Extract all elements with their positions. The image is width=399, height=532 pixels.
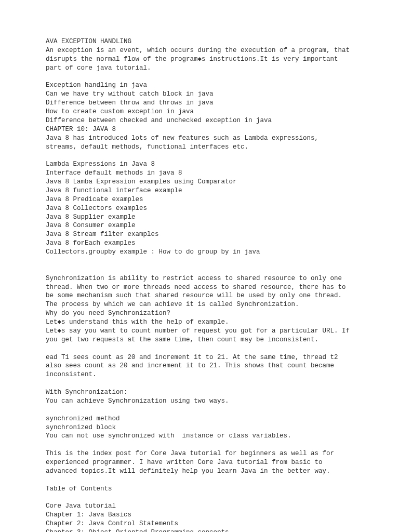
document-page: AVA EXCEPTION HANDLING An exception is a… bbox=[0, 0, 399, 532]
java8-item: Java 8 forEach examples bbox=[46, 240, 136, 247]
java8-item: Java 8 Supplier example bbox=[46, 214, 136, 221]
sync-line: Let◆s say you want to count number of re… bbox=[46, 327, 354, 343]
sync-line: Let◆s understand this with the help of e… bbox=[46, 318, 229, 326]
toc-item: Chapter 1: Java Basics bbox=[46, 511, 131, 518]
java8-item: Java 8 functional interface example bbox=[46, 187, 182, 194]
toc-head: Table of Contents bbox=[46, 485, 112, 493]
sync-with-head: With Synchronization: bbox=[46, 389, 128, 396]
exception-item: How to create custom exception in java bbox=[46, 108, 194, 115]
toc-item: Core Java tutorial bbox=[46, 502, 116, 510]
exception-item: Difference between checked and unchecked… bbox=[46, 117, 272, 124]
java8-item: Java 8 Consumer example bbox=[46, 222, 136, 229]
java8-item: Java 8 Stream filter examples bbox=[46, 231, 159, 238]
java8-item: Lambda Expressions in Java 8 bbox=[46, 161, 155, 168]
sync-method: synchronized method bbox=[46, 415, 120, 422]
intro-paragraph: An exception is an event, which occurs d… bbox=[46, 47, 354, 72]
exception-section-head: Exception handling in java bbox=[46, 82, 147, 89]
exception-item: Difference between throw and throws in j… bbox=[46, 99, 214, 107]
java8-item: Collectors.groupby example : How to do g… bbox=[46, 248, 260, 256]
heading: AVA EXCEPTION HANDLING bbox=[46, 38, 131, 45]
java8-item: Java 8 Lamba Expression examples using C… bbox=[46, 178, 237, 185]
sync-note: You can not use synchronized with instan… bbox=[46, 432, 291, 440]
java8-item: Interface default methods in java 8 bbox=[46, 169, 182, 177]
chapter-10-paragraph: Java 8 has introduced lots of new featur… bbox=[46, 135, 323, 151]
chapter-10-head: CHAPTER 10: JAVA 8 bbox=[46, 126, 116, 133]
sync-ways: You can achieve Synchronization using tw… bbox=[46, 397, 229, 405]
java8-item: Java 8 Collectors examples bbox=[46, 205, 147, 212]
exception-item: Can we have try without catch block in j… bbox=[46, 90, 214, 98]
sync-block: synchronized block bbox=[46, 424, 116, 431]
sync-question: Why do you need Synchronization? bbox=[46, 310, 170, 317]
toc-item: Chapter 2: Java Control Statements bbox=[46, 520, 178, 527]
sync-example: ead T1 sees count as 20 and increment it… bbox=[46, 354, 342, 379]
sync-paragraph: Synchronization is ability to restrict a… bbox=[46, 275, 350, 309]
index-paragraph: This is the index post for Core Java tut… bbox=[46, 450, 338, 475]
toc-item: Chapter 3: Object Oriented Programming c… bbox=[46, 529, 229, 532]
java8-item: Java 8 Predicate examples bbox=[46, 196, 143, 203]
